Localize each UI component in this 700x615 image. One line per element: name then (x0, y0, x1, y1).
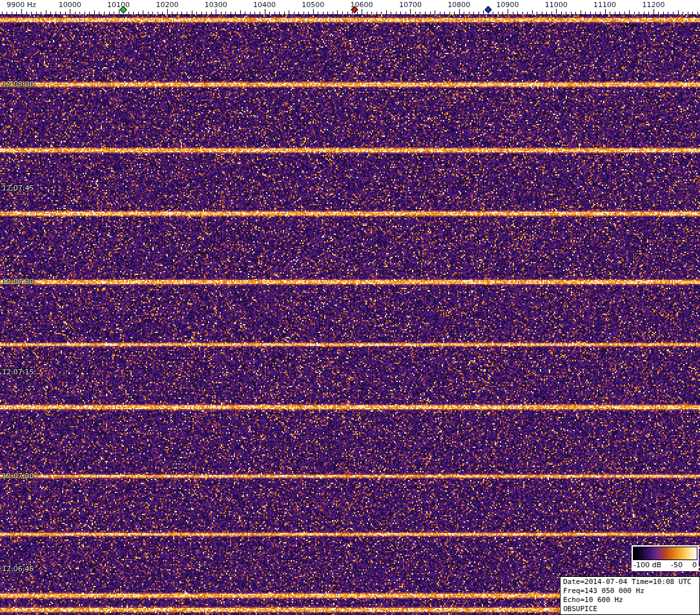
date-time-line: Date=2014-07-04 Time=10:08 UTC (563, 578, 697, 587)
station-line: OBSUPICE (563, 605, 697, 614)
waterfall-display: 12:08:0012:07:4512:07:3012:07:1512:07:00… (0, 14, 700, 615)
echo-line: Echo=10 600 Hz (563, 596, 697, 605)
frequency-ruler-scale (0, 0, 700, 14)
legend-min-label: -100 dB (633, 560, 661, 570)
spectrogram-app: 12:08:0012:07:4512:07:3012:07:1512:07:00… (0, 0, 700, 615)
legend-max-label: 0 (692, 560, 697, 570)
time-label: 12:06:45 (2, 565, 34, 573)
legend-mid-label: -50 (671, 560, 683, 570)
time-label: 12:07:15 (2, 368, 34, 376)
spectrogram-waterfall-canvas (0, 14, 700, 615)
time-label: 12:07:00 (2, 472, 34, 480)
color-gradient-bar (633, 547, 697, 560)
observation-info-panel: Date=2014-07-04 Time=10:08 UTC Freq=143 … (560, 576, 700, 615)
frequency-line: Freq=143 050 000 Hz (563, 587, 697, 596)
time-label: 12:08:00 (2, 80, 34, 88)
time-label: 12:07:30 (2, 277, 34, 286)
legend-labels: -100 dB -50 0 (633, 560, 697, 570)
intensity-scale-legend: -100 dB -50 0 (632, 545, 699, 571)
frequency-ruler (0, 0, 700, 14)
time-label: 12:07:45 (2, 184, 34, 192)
